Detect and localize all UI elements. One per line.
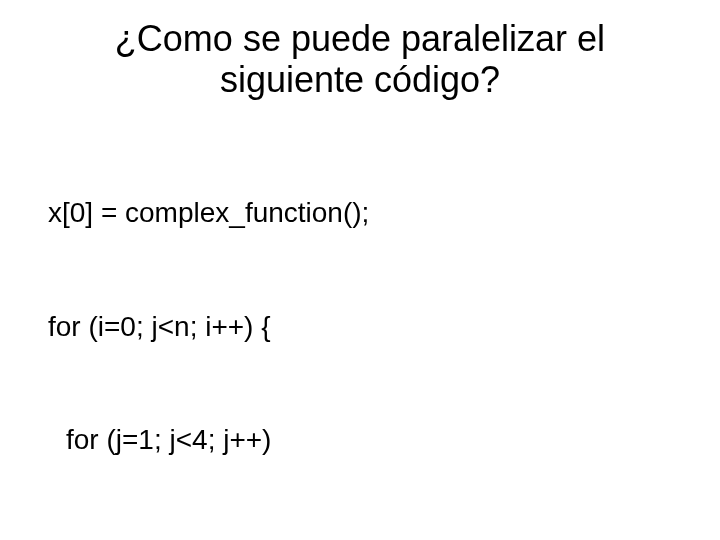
code-line-3: for (j=1; j<4; j++) (48, 421, 720, 459)
code-line-4: x[j]=g(i, x[j-1]); (48, 535, 720, 540)
title-line-1: ¿Como se puede paralelizar el (115, 18, 605, 59)
code-block: x[0] = complex_function(); for (i=0; j<n… (0, 101, 720, 540)
slide-title: ¿Como se puede paralelizar el siguiente … (0, 0, 720, 101)
code-line-2: for (i=0; j<n; i++) { (48, 308, 720, 346)
title-line-2: siguiente código? (220, 59, 500, 100)
code-line-1: x[0] = complex_function(); (48, 194, 720, 232)
slide: ¿Como se puede paralelizar el siguiente … (0, 0, 720, 540)
